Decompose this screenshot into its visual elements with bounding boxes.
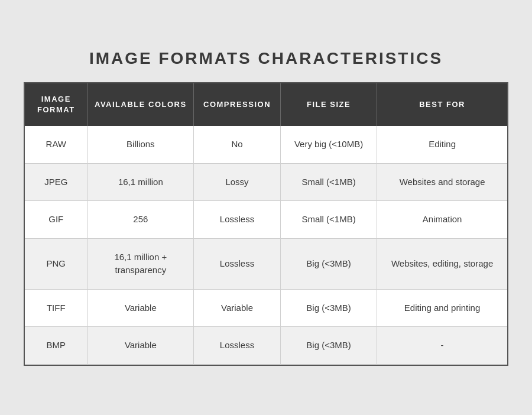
cell-filesize-1: Small (<1MB)	[280, 163, 377, 201]
cell-bestfor-1: Websites and storage	[377, 163, 507, 201]
cell-colors-5: Variable	[87, 327, 194, 365]
cell-compression-0: No	[194, 126, 281, 163]
cell-bestfor-3: Websites, editing, storage	[377, 238, 507, 289]
cell-bestfor-2: Animation	[377, 201, 507, 239]
cell-format-3: PNG	[25, 238, 87, 289]
cell-filesize-2: Small (<1MB)	[280, 201, 377, 239]
cell-colors-2: 256	[87, 201, 194, 239]
header-bestfor: BEST FOR	[377, 83, 507, 126]
cell-compression-4: Variable	[194, 289, 281, 327]
cell-filesize-0: Very big (<10MB)	[280, 126, 377, 163]
table-body: RAWBillionsNoVery big (<10MB)EditingJPEG…	[25, 126, 507, 364]
formats-table: IMAGE FORMAT AVAILABLE COLORS COMPRESSIO…	[25, 83, 507, 365]
cell-format-2: GIF	[25, 201, 87, 239]
page-title: IMAGE FORMATS CHARACTERISTICS	[24, 49, 508, 68]
cell-compression-2: Lossless	[194, 201, 281, 239]
cell-filesize-4: Big (<3MB)	[280, 289, 377, 327]
cell-format-5: BMP	[25, 327, 87, 365]
page-wrapper: IMAGE FORMATS CHARACTERISTICS IMAGE FORM…	[12, 31, 520, 384]
table-row: RAWBillionsNoVery big (<10MB)Editing	[25, 126, 507, 163]
cell-compression-3: Lossless	[194, 238, 281, 289]
cell-bestfor-0: Editing	[377, 126, 507, 163]
header-compression: COMPRESSION	[194, 83, 281, 126]
cell-bestfor-5: -	[377, 327, 507, 365]
cell-colors-0: Billions	[87, 126, 194, 163]
cell-format-0: RAW	[25, 126, 87, 163]
cell-colors-3: 16,1 million + transparency	[87, 238, 194, 289]
cell-compression-1: Lossy	[194, 163, 281, 201]
table-row: GIF256LosslessSmall (<1MB)Animation	[25, 201, 507, 239]
cell-filesize-3: Big (<3MB)	[280, 238, 377, 289]
table-header-row: IMAGE FORMAT AVAILABLE COLORS COMPRESSIO…	[25, 83, 507, 126]
cell-bestfor-4: Editing and printing	[377, 289, 507, 327]
table-container: IMAGE FORMAT AVAILABLE COLORS COMPRESSIO…	[24, 82, 508, 366]
header-colors: AVAILABLE COLORS	[87, 83, 194, 126]
table-row: BMPVariableLosslessBig (<3MB)-	[25, 327, 507, 365]
cell-filesize-5: Big (<3MB)	[280, 327, 377, 365]
cell-colors-1: 16,1 million	[87, 163, 194, 201]
table-row: PNG16,1 million + transparencyLosslessBi…	[25, 238, 507, 289]
cell-format-1: JPEG	[25, 163, 87, 201]
cell-format-4: TIFF	[25, 289, 87, 327]
header-filesize: FILE SIZE	[280, 83, 377, 126]
table-row: TIFFVariableVariableBig (<3MB)Editing an…	[25, 289, 507, 327]
cell-colors-4: Variable	[87, 289, 194, 327]
cell-compression-5: Lossless	[194, 327, 281, 365]
header-format: IMAGE FORMAT	[25, 83, 87, 126]
table-row: JPEG16,1 millionLossySmall (<1MB)Website…	[25, 163, 507, 201]
